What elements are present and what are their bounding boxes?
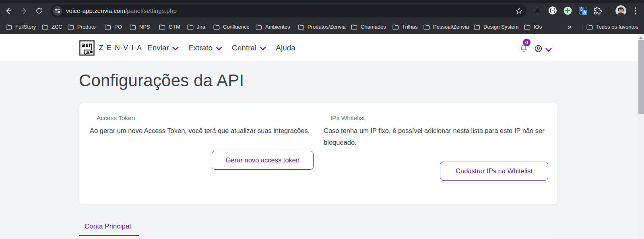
bookmark-folder-fullstory[interactable]: FullStory bbox=[6, 23, 36, 31]
back-button[interactable] bbox=[3, 5, 14, 17]
folder-icon bbox=[105, 24, 111, 30]
brand-wordmark: Z·E·N·V·I·A bbox=[99, 34, 142, 61]
extensions-puzzle-icon bbox=[594, 6, 602, 15]
page-title: Configurações da API bbox=[79, 71, 244, 90]
folder-icon bbox=[351, 24, 357, 30]
tab-conta-principal[interactable]: Conta Principal bbox=[85, 222, 131, 231]
bookmark-folder-produto[interactable]: Produto bbox=[68, 23, 96, 31]
reload-icon bbox=[35, 7, 43, 15]
access-token-description: Ao gerar um novo Access Token, você terá… bbox=[90, 125, 314, 137]
folder-icon bbox=[187, 24, 194, 30]
add-extension-icon bbox=[563, 6, 572, 15]
bookmarks-bar: FullStory ZCC Produto PO NPS GTM Jira C bbox=[0, 19, 644, 34]
scrollbar-thumb[interactable] bbox=[638, 40, 644, 114]
site-settings-button[interactable] bbox=[53, 6, 62, 16]
bookmark-folder-zcc[interactable]: ZCC bbox=[42, 23, 62, 31]
page-scrollbar[interactable] bbox=[638, 34, 644, 239]
folder-icon bbox=[298, 24, 304, 30]
dark-extension-button[interactable] bbox=[533, 6, 542, 17]
bookmark-folder-confluence[interactable]: Confluence bbox=[213, 23, 250, 31]
svg-text:A: A bbox=[583, 10, 586, 15]
bookmark-folder-ios[interactable]: IOs bbox=[524, 23, 542, 31]
back-icon bbox=[5, 7, 13, 15]
tab-divider bbox=[139, 236, 557, 236]
bookmark-star-icon bbox=[515, 7, 523, 15]
folder-icon bbox=[68, 24, 74, 30]
bookmark-folder-trilhas[interactable]: Trilhas bbox=[392, 23, 418, 31]
site-settings-icon bbox=[55, 8, 60, 14]
bookmark-folder-chamados[interactable]: Chamados bbox=[351, 23, 386, 31]
json-extension-icon bbox=[548, 6, 557, 15]
page-viewport: Z·E·N·V·I·A Enviar Extrato Central Ajuda bbox=[0, 34, 644, 239]
whitelist-section: IPs Whitelist Caso tenha um IP fixo, é p… bbox=[324, 114, 549, 148]
address-bar[interactable]: voice-app.zenvia.com/panel/settings.php bbox=[51, 4, 526, 17]
nav-enviar[interactable]: Enviar bbox=[147, 44, 179, 52]
chrome-menu-button[interactable] bbox=[633, 5, 638, 17]
app-header: Z·E·N·V·I·A Enviar Extrato Central Ajuda bbox=[0, 34, 644, 61]
folder-icon bbox=[42, 24, 48, 30]
translate-extension-button[interactable]: A bbox=[579, 6, 587, 17]
folder-icon bbox=[474, 24, 480, 30]
bookmark-folder-design-system[interactable]: Design System bbox=[474, 23, 518, 31]
folder-icon bbox=[130, 24, 136, 30]
bookmarks-separator bbox=[582, 23, 582, 31]
whitelist-label: IPs Whitelist bbox=[324, 114, 549, 122]
json-extension-button[interactable] bbox=[548, 6, 557, 17]
account-menu-chevron[interactable] bbox=[545, 46, 552, 54]
notification-badge: 0 bbox=[523, 39, 530, 46]
url-text[interactable]: voice-app.zenvia.com/panel/settings.php bbox=[66, 4, 177, 17]
forward-button[interactable] bbox=[18, 5, 29, 17]
dark-extension-icon bbox=[533, 6, 542, 15]
folder-icon bbox=[423, 24, 430, 30]
chevron-down-icon bbox=[216, 47, 222, 50]
menu-dots-icon bbox=[635, 7, 636, 15]
folder-icon bbox=[213, 24, 220, 30]
bookmark-folder-po[interactable]: PO bbox=[105, 23, 122, 31]
window-frame-strip bbox=[0, 0, 644, 3]
bookmarks-overflow-button[interactable]: » bbox=[568, 23, 571, 31]
folder-icon bbox=[256, 24, 262, 30]
browser-chrome: voice-app.zenvia.com/panel/settings.php bbox=[0, 0, 644, 34]
zenvia-logo bbox=[79, 40, 95, 56]
api-settings-card: Access Token Ao gerar um novo Access Tok… bbox=[79, 103, 558, 205]
whitelist-description: Caso tenha um IP fixo, é possível adicio… bbox=[324, 125, 549, 148]
chevron-down-icon bbox=[260, 47, 266, 50]
notifications-button[interactable]: 0 bbox=[518, 38, 531, 52]
bookmark-folder-ambientes[interactable]: Ambientes bbox=[256, 23, 290, 31]
all-bookmarks-folder[interactable]: Todos os favoritos bbox=[586, 23, 638, 31]
user-icon bbox=[535, 45, 542, 52]
toolbar-separator bbox=[609, 7, 609, 15]
reload-button[interactable] bbox=[33, 5, 45, 17]
register-ips-button[interactable]: Cadastrar IPs na Whitelist bbox=[440, 162, 548, 181]
extensions-button[interactable] bbox=[594, 6, 602, 17]
bookmark-folder-gtm[interactable]: GTM bbox=[159, 23, 180, 31]
nav-ajuda[interactable]: Ajuda bbox=[276, 44, 295, 52]
account-button[interactable] bbox=[535, 45, 542, 54]
main-nav: Enviar Extrato Central Ajuda bbox=[147, 34, 305, 61]
url-host: voice-app.zenvia.com bbox=[66, 7, 125, 14]
bookmark-folder-jira[interactable]: Jira bbox=[187, 23, 205, 31]
url-path: /panel/settings.php bbox=[125, 7, 177, 14]
active-tab-underline bbox=[79, 235, 139, 236]
nav-extrato[interactable]: Extrato bbox=[188, 44, 222, 52]
chevron-down-icon bbox=[545, 48, 552, 52]
add-extension-button[interactable] bbox=[563, 6, 572, 17]
profile-avatar[interactable] bbox=[615, 5, 626, 16]
chevron-down-icon bbox=[172, 47, 179, 50]
folder-icon bbox=[6, 24, 12, 30]
folder-icon bbox=[586, 24, 593, 30]
folder-icon bbox=[392, 24, 399, 30]
bookmark-folder-produtos-zenvia[interactable]: Produtos/Zenvia bbox=[298, 23, 346, 31]
bookmark-folder-pessoal-zenvia[interactable]: Pessoal/Zenvia bbox=[423, 23, 469, 31]
translate-icon: A bbox=[579, 6, 587, 15]
folder-icon bbox=[524, 24, 530, 30]
generate-token-button[interactable]: Gerar novo access token bbox=[212, 151, 314, 170]
access-token-label: Access Token bbox=[90, 114, 314, 122]
forward-icon bbox=[20, 7, 28, 15]
bookmark-folder-nps[interactable]: NPS bbox=[130, 23, 150, 31]
folder-icon bbox=[159, 24, 165, 30]
scrollbar-up-arrow[interactable] bbox=[639, 37, 642, 39]
access-token-section: Access Token Ao gerar um novo Access Tok… bbox=[90, 114, 314, 137]
bookmark-star-button[interactable] bbox=[515, 7, 523, 15]
nav-central[interactable]: Central bbox=[232, 44, 266, 52]
